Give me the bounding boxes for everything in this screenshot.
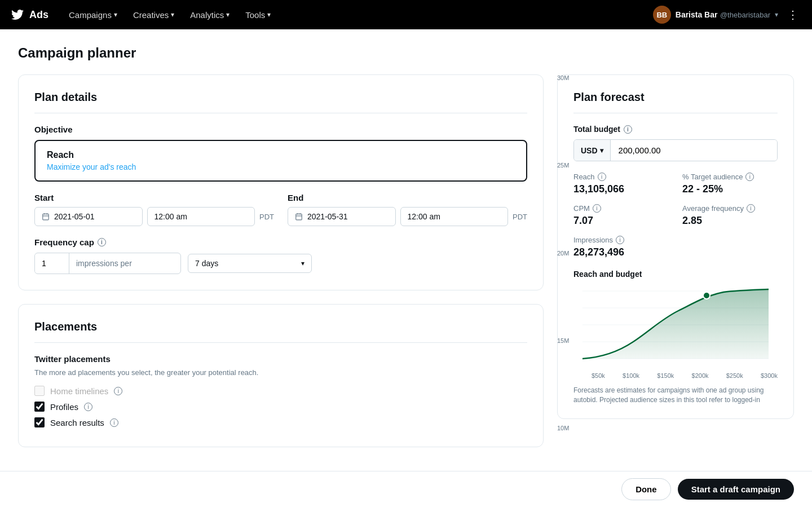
budget-label-row: Total budget i [573,125,778,134]
account-details: Barista Bar @thebaristabar [676,10,770,20]
home-timelines-info-icon[interactable]: i [114,387,122,395]
budget-amount-input[interactable] [611,140,777,161]
total-budget-label: Total budget [573,125,620,134]
chevron-down-icon: ▾ [301,259,304,267]
stat-cpm: CPM i 7.07 [573,204,669,227]
placements-card: Placements Twitter placements The more a… [18,304,544,447]
stat-target-audience: % Target audience i 22 - 25% [682,173,778,195]
stat-target-audience-label: % Target audience i [682,173,778,181]
twitter-ads-logo[interactable]: Ads [11,8,48,21]
frequency-cap-label: Frequency cap [34,237,94,247]
search-results-checkbox[interactable] [34,417,45,427]
stat-avg-freq: Average frequency i 2.85 [682,204,778,227]
done-button[interactable]: Done [621,478,671,500]
chevron-down-icon: ▾ [114,11,117,19]
chart-marker [703,292,710,299]
stat-avg-freq-label: Average frequency i [682,204,778,213]
avg-freq-info-icon[interactable]: i [747,204,755,213]
end-date-value: 2021-05-31 [307,212,348,221]
plan-details-card: Plan details Objective Reach Maximize yo… [18,74,544,290]
calendar-icon [295,213,303,221]
chart-y-labels: 30M 25M 20M 15M 10M [557,74,569,431]
home-timelines-label: Home timelines [50,386,108,396]
start-fields: 2021-05-01 12:00 am PDT [34,207,274,226]
page-content: Campaign planner Plan details Objective … [0,29,812,504]
end-date-group: End 2021-05-31 12:00 am PDT [288,193,527,226]
svg-rect-0 [43,214,49,220]
start-date-input[interactable]: 2021-05-01 [34,207,143,226]
end-fields: 2021-05-31 12:00 am PDT [288,207,527,226]
plan-details-title: Plan details [34,91,527,113]
nav-right: BB Barista Bar @thebaristabar ▾ ⋮ [653,6,801,24]
placement-item-profiles: Profiles i [34,402,527,412]
more-options-button[interactable]: ⋮ [785,6,801,24]
avatar: BB [653,6,671,24]
chart-with-labels: 30M 25M 20M 15M 10M [573,285,778,370]
nav-menu: Campaigns ▾ Creatives ▾ Analytics ▾ Tool… [62,7,639,23]
right-panel: Plan forecast Total budget i USD ▾ [557,74,794,447]
frequency-cap-label-row: Frequency cap i [34,237,527,247]
search-results-info-icon[interactable]: i [110,418,118,427]
reach-budget-chart-section: Reach and budget 30M 25M 20M 15M 10M [573,270,778,379]
placement-item-search-results: Search results i [34,417,527,427]
top-navigation: Ads Campaigns ▾ Creatives ▾ Analytics ▾ … [0,0,812,29]
account-switcher[interactable]: BB Barista Bar @thebaristabar ▾ [653,6,778,24]
frequency-suffix: impressions per [69,254,139,272]
bottom-bar: Done Start a draft campaign [0,471,812,504]
chevron-down-icon: ▾ [600,147,603,155]
frequency-cap-row: impressions per 7 days ▾ [34,253,527,274]
objective-box[interactable]: Reach Maximize your ad's reach [34,140,527,182]
reach-budget-svg [573,285,778,370]
frequency-number-input[interactable] [35,254,69,272]
calendar-icon [42,213,50,221]
impressions-info-icon[interactable]: i [616,236,624,244]
start-draft-campaign-button[interactable]: Start a draft campaign [678,479,794,500]
reach-info-icon[interactable]: i [598,173,606,181]
nav-tools[interactable]: Tools ▾ [239,7,277,23]
stat-reach-value: 13,105,066 [573,183,669,195]
total-budget-info-icon[interactable]: i [624,125,632,134]
stat-target-audience-value: 22 - 25% [682,183,778,195]
end-time-input[interactable]: 12:00 am [400,207,509,226]
start-label: Start [34,193,274,202]
nav-creatives[interactable]: Creatives ▾ [126,7,181,23]
start-time-value: 12:00 am [155,212,187,221]
profiles-checkbox[interactable] [34,402,45,412]
stat-cpm-label: CPM i [573,204,669,213]
start-tz: PDT [259,213,274,221]
nav-analytics[interactable]: Analytics ▾ [183,7,236,23]
frequency-period-value: 7 days [195,259,218,268]
search-results-label: Search results [50,418,104,427]
stat-impressions-value: 28,273,496 [573,246,778,258]
main-layout: Plan details Objective Reach Maximize yo… [18,74,794,447]
currency-value: USD [581,146,598,155]
account-handle: @thebaristabar [720,11,770,19]
frequency-period-dropdown[interactable]: 7 days ▾ [188,254,312,273]
stat-avg-freq-value: 2.85 [682,215,778,227]
home-timelines-checkbox[interactable] [34,386,45,396]
forecast-card: Plan forecast Total budget i USD ▾ [557,74,794,419]
date-row: Start 2021-05-01 12:00 am PDT [34,193,527,226]
currency-select[interactable]: USD ▾ [574,140,611,161]
start-time-input[interactable]: 12:00 am [147,207,255,226]
chevron-down-icon: ▾ [226,11,230,19]
profiles-info-icon[interactable]: i [84,403,92,411]
target-audience-info-icon[interactable]: i [745,173,754,181]
forecast-note: Forecasts are estimates for campaigns wi… [573,386,778,405]
objective-label: Objective [34,125,527,134]
chart-canvas [573,285,778,370]
stat-impressions-label: Impressions i [573,236,778,244]
frequency-cap-info-icon[interactable]: i [98,238,106,246]
ads-label: Ads [29,9,48,21]
start-date-group: Start 2021-05-01 12:00 am PDT [34,193,274,226]
placements-subtitle: The more ad placements you select, the g… [34,368,527,377]
left-column: Plan details Objective Reach Maximize yo… [18,74,544,447]
nav-campaigns[interactable]: Campaigns ▾ [62,7,124,23]
cpm-info-icon[interactable]: i [593,204,601,213]
placements-title: Placements [34,320,527,343]
stat-reach: Reach i 13,105,066 [573,173,669,195]
frequency-input-wrap: impressions per [34,253,181,274]
stats-grid: Reach i 13,105,066 % Target audience i 2… [573,173,778,258]
end-date-input[interactable]: 2021-05-31 [288,207,396,226]
end-tz: PDT [513,213,527,221]
